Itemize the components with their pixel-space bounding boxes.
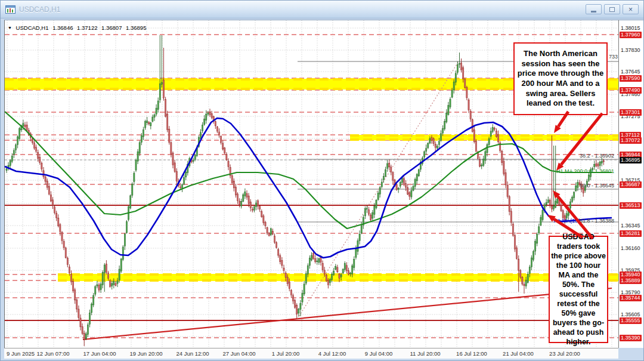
time-tick-label: 23 Jul 20:00	[549, 350, 580, 357]
time-tick-label: 17 Jun 04:00	[83, 350, 116, 357]
price-axis[interactable]: 1.380151.378301.376451.374601.372751.367…	[618, 20, 644, 348]
chart-label: 50.0 - 1.36645	[580, 183, 614, 189]
price-level-tag: 1.36513	[620, 202, 642, 209]
restore-button[interactable]	[604, 4, 620, 14]
price-level-tag: 1.35390	[620, 335, 642, 341]
price-level-tag: 1.35555	[620, 317, 642, 324]
time-tick-label: 11 Jul 20:00	[410, 350, 440, 357]
annotation-bottom-note: USDCAD traders took the price above the …	[549, 236, 608, 343]
window-title: USDCAD,H1	[19, 5, 60, 14]
price-level-tag: 1.36281	[620, 230, 642, 237]
minimize-button[interactable]	[586, 4, 602, 14]
time-tick-label: 27 Jun 04:00	[223, 350, 256, 357]
price-level-tag: 1.37301	[620, 109, 642, 116]
chart-window-icon	[5, 5, 16, 14]
chart-label: 38.2 - 1.36902	[580, 153, 614, 159]
chart-label: H1 MA(10	[553, 218, 578, 224]
price-tick-label: 1.37830	[621, 47, 640, 53]
price-level-tag: 1.37490	[620, 87, 642, 94]
price-level-tag: 1.37590	[620, 75, 642, 82]
time-tick-label: 9 Jun 2025	[7, 350, 35, 357]
swing-area-band	[58, 274, 619, 281]
price-tick-label: 1.36345	[621, 223, 640, 229]
price-tick-label: 1.38015	[621, 25, 640, 31]
minimize-icon	[591, 11, 596, 13]
time-tick-label: 12 Jun 07:00	[37, 350, 70, 357]
chart-label: 733	[609, 54, 618, 60]
ma-200-line	[5, 112, 612, 229]
annotation-top-note: The North American session has seen the …	[513, 42, 608, 115]
time-tick-label: 16 Jul 12:00	[456, 350, 487, 357]
window-titlebar[interactable]: USDCAD,H1 ×	[1, 1, 643, 18]
chart-label: H1 MA 200:0:0: 1.36801	[556, 168, 614, 174]
time-tick-label: 21 Jul 04:00	[503, 350, 534, 357]
price-level-tag: 1.35889	[620, 277, 642, 284]
price-tick-label: 1.35605	[621, 311, 640, 317]
restore-icon	[609, 7, 615, 12]
ohlc-close: 1.36895	[126, 24, 146, 31]
time-axis[interactable]: 9 Jun 202512 Jun 07:0017 Jun 04:0019 Jun…	[4, 348, 618, 359]
price-level-tag: 1.37960	[620, 32, 642, 38]
price-level-tag: 1.37072	[620, 137, 642, 144]
close-icon: ×	[628, 6, 633, 13]
time-tick-label: 1 Jul 20:00	[272, 350, 299, 357]
ohlc-readout: ▼ USDCAD,H1 1.36846 1.37122 1.36807 1.36…	[8, 24, 148, 31]
time-tick-label: 24 Jun 12:00	[177, 350, 209, 357]
time-tick-label: 9 Jul 04:00	[365, 350, 392, 357]
chart-plot-area[interactable]: 73338.2 - 1.36902H1 MA 200:0:0: 1.368015…	[4, 20, 618, 348]
symbol-marker-icon: ▼	[8, 26, 12, 30]
close-button[interactable]: ×	[623, 4, 639, 14]
mt4-chart-window: USDCAD,H1 × 73338.2 - 1.36902H1 MA 200:0…	[0, 0, 644, 361]
current-price-tag: 1.36895	[620, 157, 642, 163]
ohlc-open: 1.36846	[52, 24, 73, 31]
swing-area-band	[350, 135, 619, 140]
price-tick-label: 1.37645	[621, 69, 640, 75]
price-level-tag: 1.36687	[620, 181, 642, 188]
time-tick-label: 19 Jun 20:00	[130, 350, 163, 357]
ohlc-low: 1.36807	[101, 24, 122, 31]
price-level-tag: 1.35744	[620, 295, 642, 301]
ohlc-symbol: USDCAD,H1	[16, 24, 49, 31]
time-tick-label: 4 Jul 12:00	[318, 350, 346, 357]
chart-label: (61.8 - 1.36388	[578, 218, 614, 224]
ohlc-high: 1.37122	[77, 24, 97, 31]
price-tick-label: 1.36160	[621, 245, 640, 251]
